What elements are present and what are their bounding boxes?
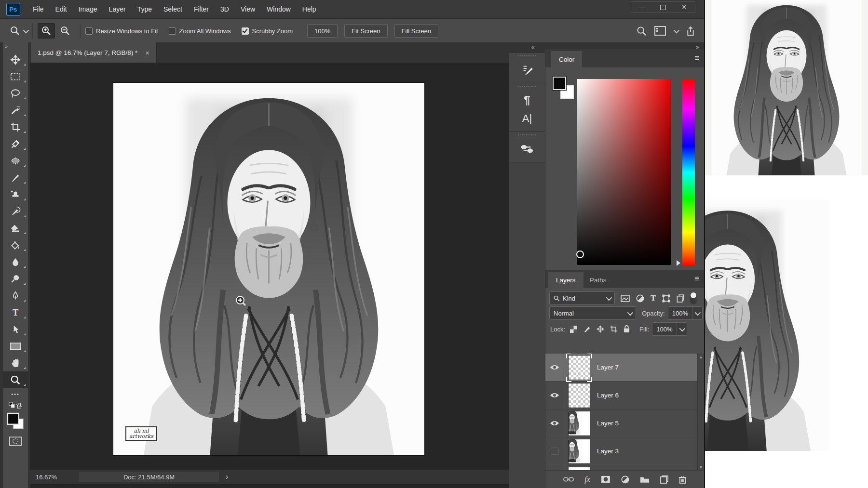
layer-name[interactable]: Layer 3 xyxy=(597,448,619,455)
filter-type-layers-icon[interactable]: T xyxy=(651,293,656,303)
filter-toggle[interactable] xyxy=(690,292,697,304)
opacity-field[interactable]: 100% xyxy=(668,306,703,320)
panel-menu-icon[interactable]: ≡ xyxy=(694,275,699,283)
menu-layer[interactable]: Layer xyxy=(103,0,132,18)
zoom-out-toggle[interactable] xyxy=(57,24,73,38)
menu-file[interactable]: File xyxy=(27,0,50,18)
chevron-down-icon[interactable] xyxy=(674,27,680,33)
brush-settings-panel-icon[interactable] xyxy=(509,61,545,79)
color-cursor-icon[interactable] xyxy=(576,251,584,258)
fill-field[interactable]: 100% xyxy=(652,322,687,336)
foreground-color-swatch[interactable] xyxy=(552,76,567,91)
layers-scrollbar[interactable]: ▲ ▼ xyxy=(697,354,704,471)
resize-windows-checkbox[interactable] xyxy=(85,27,93,35)
menu-filter[interactable]: Filter xyxy=(188,0,215,18)
panel-menu-icon[interactable]: ≡ xyxy=(694,54,699,62)
type-tool[interactable]: T xyxy=(3,304,28,321)
add-layer-mask-icon[interactable] xyxy=(601,475,610,483)
layer-thumbnail[interactable] xyxy=(568,383,590,408)
menu-view[interactable]: View xyxy=(235,0,261,18)
zoom-tool[interactable] xyxy=(3,371,28,388)
visibility-cell[interactable] xyxy=(545,354,564,381)
new-layer-icon[interactable] xyxy=(660,475,668,484)
pen-tool[interactable] xyxy=(3,287,28,304)
lock-all-icon[interactable] xyxy=(624,325,630,333)
document-tab[interactable]: 1.psd @ 16.7% (Layer 7, RGB/8) * × xyxy=(31,42,157,63)
canvas[interactable]: ali ml artworks xyxy=(113,83,424,455)
history-brush-tool[interactable] xyxy=(3,203,28,220)
quick-mask-button[interactable] xyxy=(3,433,28,449)
visibility-cell[interactable] xyxy=(545,382,564,409)
layer-thumbnail[interactable] xyxy=(568,411,590,436)
zoom-all-windows-checkbox[interactable] xyxy=(169,27,176,35)
canvas-zone[interactable]: ali ml artworks xyxy=(30,63,509,470)
close-tab-icon[interactable]: × xyxy=(145,49,149,57)
layer-name[interactable]: Layer 6 xyxy=(597,392,619,399)
lock-transparent-icon[interactable] xyxy=(570,326,577,333)
zoom-in-toggle[interactable] xyxy=(38,23,55,39)
character-panel-icon[interactable]: A| xyxy=(509,109,545,128)
opacity-chevron[interactable] xyxy=(692,307,702,319)
scroll-up-icon[interactable]: ▲ xyxy=(699,355,703,359)
healing-brush-tool[interactable] xyxy=(3,152,28,169)
scroll-down-icon[interactable]: ▼ xyxy=(699,465,703,470)
paint-bucket-tool[interactable] xyxy=(3,237,28,253)
marquee-tool[interactable] xyxy=(3,68,28,85)
blend-mode-dropdown[interactable]: Normal xyxy=(549,306,636,320)
fill-chevron[interactable] xyxy=(677,323,687,335)
default-swap-colors-icons[interactable] xyxy=(3,400,28,411)
lock-position-icon[interactable] xyxy=(597,325,604,333)
lock-artboard-icon[interactable] xyxy=(610,325,618,333)
visibility-cell[interactable] xyxy=(545,409,564,437)
share-icon[interactable] xyxy=(686,26,695,36)
layer-style-fx-icon[interactable]: fx xyxy=(584,475,590,484)
brush-tool[interactable] xyxy=(3,169,28,186)
fit-screen-button[interactable]: Fit Screen xyxy=(344,24,387,38)
menu-image[interactable]: Image xyxy=(73,0,103,18)
filter-adjustment-layers-icon[interactable] xyxy=(636,294,644,303)
layer-row[interactable]: Layer 6 xyxy=(545,382,704,409)
fill-screen-button[interactable]: Fill Screen xyxy=(394,24,438,38)
edit-toolbar-ellipsis-icon[interactable]: ••• xyxy=(3,388,28,400)
menu-window[interactable]: Window xyxy=(261,0,297,18)
layer-filter-kind-dropdown[interactable]: Kind xyxy=(549,291,615,305)
tab-layers[interactable]: Layers xyxy=(548,272,583,288)
hue-marker-icon[interactable] xyxy=(677,260,680,266)
hand-tool[interactable] xyxy=(3,355,28,371)
maximize-button[interactable] xyxy=(652,2,674,13)
menu-type[interactable]: Type xyxy=(132,0,158,18)
lasso-tool[interactable] xyxy=(3,85,28,102)
move-tool[interactable] xyxy=(3,51,28,68)
menu-help[interactable]: Help xyxy=(297,0,322,18)
lock-pixels-icon[interactable] xyxy=(583,325,591,333)
zoom-percent-field[interactable]: 100% xyxy=(307,24,338,38)
layer-name[interactable]: Layer 5 xyxy=(597,420,619,427)
blur-tool[interactable] xyxy=(3,253,28,270)
filter-pixel-layers-icon[interactable] xyxy=(621,295,630,302)
clone-stamp-tool[interactable] xyxy=(3,186,28,203)
delete-layer-icon[interactable] xyxy=(679,475,686,484)
workspace-layout-icon[interactable] xyxy=(654,26,666,36)
link-layers-icon[interactable] xyxy=(563,476,574,482)
filter-smart-objects-icon[interactable] xyxy=(677,294,684,303)
scrubby-zoom-checkbox[interactable] xyxy=(242,27,249,35)
zoom-tool-preset[interactable] xyxy=(10,26,27,36)
eyedropper-tool[interactable] xyxy=(3,135,28,152)
status-zoom-level[interactable]: 16.67% xyxy=(36,474,57,481)
crop-tool[interactable] xyxy=(3,119,28,135)
menu-select[interactable]: Select xyxy=(158,0,188,18)
layer-row[interactable]: Layer 5 xyxy=(545,409,704,437)
tab-color[interactable]: Color xyxy=(551,51,582,67)
status-chevron-icon[interactable]: › xyxy=(226,473,228,481)
layer-row[interactable]: Layer 7 xyxy=(545,354,704,382)
menu-3d[interactable]: 3D xyxy=(215,0,235,18)
filter-shape-layers-icon[interactable] xyxy=(662,294,670,303)
status-doc-size[interactable]: Doc: 21.5M/64.9M xyxy=(79,472,219,482)
menu-edit[interactable]: Edit xyxy=(50,0,73,18)
quick-selection-tool[interactable] xyxy=(3,102,28,119)
layer-name[interactable]: Layer 7 xyxy=(597,364,619,371)
hue-slider[interactable] xyxy=(682,79,695,266)
toolbar-expand-icon[interactable]: » xyxy=(3,42,28,51)
close-button[interactable]: × xyxy=(674,2,695,13)
layer-row[interactable]: Layer 3 xyxy=(545,437,704,465)
